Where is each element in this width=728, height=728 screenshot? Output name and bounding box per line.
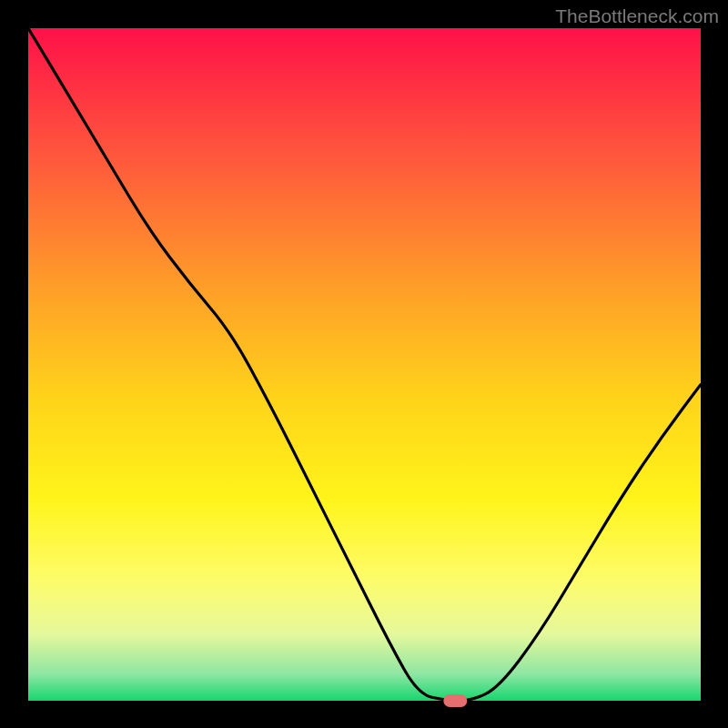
plot-background <box>28 28 701 701</box>
bottleneck-curve-chart <box>6 6 722 722</box>
optimal-point-marker <box>443 694 467 707</box>
